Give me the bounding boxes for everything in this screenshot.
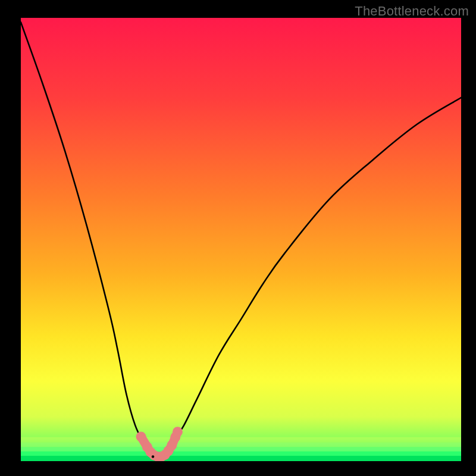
svg-rect-4 xyxy=(21,437,461,443)
plot-area xyxy=(21,18,461,461)
svg-point-15 xyxy=(173,427,183,437)
green-band xyxy=(21,437,461,461)
heat-gradient-bg xyxy=(21,18,461,461)
bottleneck-chart xyxy=(21,18,461,461)
svg-rect-0 xyxy=(21,456,461,461)
svg-rect-2 xyxy=(21,447,461,451)
attribution-label: TheBottleneck.com xyxy=(355,4,469,19)
svg-rect-3 xyxy=(21,443,461,447)
svg-rect-1 xyxy=(21,452,461,456)
svg-point-16 xyxy=(152,455,154,458)
chart-frame: TheBottleneck.com xyxy=(0,0,476,476)
svg-point-5 xyxy=(136,432,146,442)
